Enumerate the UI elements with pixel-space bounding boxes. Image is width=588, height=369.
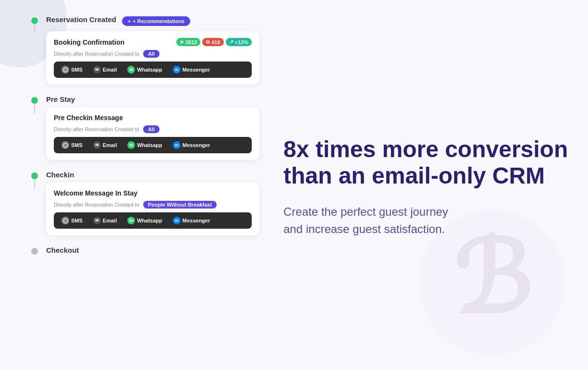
channel-bar-3: ◯ SMS ✉ Email W Whatsapp xyxy=(54,212,252,229)
brand-watermark: ℬ xyxy=(415,206,569,359)
whatsapp-icon-2: W xyxy=(127,141,135,149)
timeline-dot-checkout xyxy=(31,248,38,255)
stat-clicks-value: +12% xyxy=(235,39,248,45)
timeline-dot-col-4 xyxy=(29,245,40,255)
card-header-3: Welcome Message In Stay xyxy=(54,189,252,197)
timeline-dot-checkin xyxy=(31,172,38,179)
timeline-dot-col-3 xyxy=(29,170,40,189)
headline-line2: than an email-only CRM xyxy=(283,163,545,188)
email-label-1: Email xyxy=(103,67,117,73)
card-subtitle-text-3: Directly after Reservation Created to xyxy=(54,202,139,208)
timeline-line-3 xyxy=(34,179,35,189)
sms-label-1: SMS xyxy=(71,67,83,73)
channel-email-3: ✉ Email xyxy=(89,215,121,226)
page-layout: Reservation Created + + Recommendations … xyxy=(0,0,588,369)
email-icon-2: ✉ xyxy=(93,141,101,149)
section-label-prestay: Pre Stay xyxy=(46,95,259,103)
timeline-item-checkout: Checkout xyxy=(29,245,259,266)
card-subtitle-text-2: Directly after Reservation Created to xyxy=(54,126,139,132)
recommendations-label: + Recommendations xyxy=(133,18,184,24)
channel-messenger-1: m Messenger xyxy=(169,64,214,75)
channel-messenger-3: m Messenger xyxy=(169,215,214,226)
email-icon-1: ✉ xyxy=(93,66,101,74)
timeline-content-prestay: Pre Stay Pre Checkin Message Directly af… xyxy=(40,94,259,170)
timeline-dot-col-2 xyxy=(29,94,40,113)
tag-all-1: All xyxy=(143,50,159,58)
card-subtitle-3: Directly after Reservation Created to Pe… xyxy=(54,201,252,209)
messenger-icon-3: m xyxy=(173,217,181,224)
channel-sms-2: ◯ SMS xyxy=(58,140,86,150)
arrow-right-icon: ➤ xyxy=(180,39,184,45)
timeline-item-checkin: Checkin Welcome Message In Stay Directly… xyxy=(29,170,259,245)
channel-whatsapp-1: W Whatsapp xyxy=(123,64,166,75)
recommendations-button[interactable]: + + Recommendations xyxy=(122,16,190,26)
card-title-2: Pre Checkin Message xyxy=(54,114,123,122)
card-title-1: Booking Confirmation xyxy=(54,38,124,46)
timeline-dot-reservation xyxy=(31,17,38,24)
channel-bar-1: ◯ SMS ✉ Email W Whatsapp xyxy=(54,62,252,78)
timeline-line-1 xyxy=(34,24,35,34)
card-welcome: Welcome Message In Stay Directly after R… xyxy=(46,183,259,235)
whatsapp-label-3: Whatsapp xyxy=(137,218,162,223)
sms-icon-1: ◯ xyxy=(61,66,69,74)
section-label-reservation: Reservation Created xyxy=(46,15,116,24)
card-subtitle-text-1: Directly after Reservation Created to xyxy=(54,51,139,57)
channel-whatsapp-3: W Whatsapp xyxy=(123,215,166,226)
left-panel: Reservation Created + + Recommendations … xyxy=(0,0,269,369)
channel-sms-3: ◯ SMS xyxy=(58,215,86,226)
whatsapp-label-2: Whatsapp xyxy=(137,142,162,148)
channel-email-1: ✉ Email xyxy=(89,64,121,75)
plus-icon: + xyxy=(128,18,131,24)
channel-email-2: ✉ Email xyxy=(89,140,121,150)
card-title-3: Welcome Message In Stay xyxy=(54,189,137,197)
channel-bar-2: ◯ SMS ✉ Email W Whatsapp xyxy=(54,137,252,153)
card-subtitle-2: Directly after Reservation Created to Al… xyxy=(54,125,252,133)
messenger-label-2: Messenger xyxy=(183,142,210,148)
whatsapp-label-1: Whatsapp xyxy=(137,67,162,73)
tag-segment-3: People Without Breakfast xyxy=(143,201,217,209)
timeline: Reservation Created + + Recommendations … xyxy=(29,14,259,266)
card-header-2: Pre Checkin Message xyxy=(54,114,252,122)
sms-icon-2: ◯ xyxy=(61,141,69,149)
stat-bounced: ⊖ 416 xyxy=(202,38,223,46)
timeline-content-checkout: Checkout xyxy=(40,245,259,266)
channel-whatsapp-2: W Whatsapp xyxy=(123,140,166,150)
card-precheckin: Pre Checkin Message Directly after Reser… xyxy=(46,107,259,160)
stat-sent: ➤ 2812 xyxy=(176,38,200,46)
card-header-1: Booking Confirmation ➤ 2812 ⊖ 416 xyxy=(54,38,252,46)
timeline-line-2 xyxy=(34,104,35,113)
timeline-item-reservation: Reservation Created + + Recommendations … xyxy=(29,14,259,94)
svg-text:ℬ: ℬ xyxy=(453,224,531,335)
right-panel: 8x times more conversion than an email-o… xyxy=(269,0,588,369)
messenger-label-1: Messenger xyxy=(183,67,210,73)
sms-label-2: SMS xyxy=(71,142,83,148)
stat-clicks: ↗ +12% xyxy=(226,38,252,46)
whatsapp-icon-3: W xyxy=(127,217,135,224)
timeline-content-reservation: Reservation Created + + Recommendations … xyxy=(40,14,259,94)
card-subtitle-1: Directly after Reservation Created to Al… xyxy=(54,50,252,58)
email-icon-3: ✉ xyxy=(93,217,101,224)
whatsapp-icon-1: W xyxy=(127,66,135,74)
section-label-checkin: Checkin xyxy=(46,171,259,179)
messenger-icon-2: m xyxy=(173,141,181,149)
cursor-icon: ↗ xyxy=(229,39,233,45)
timeline-item-prestay: Pre Stay Pre Checkin Message Directly af… xyxy=(29,94,259,170)
minus-icon: ⊖ xyxy=(206,39,210,45)
tag-all-2: All xyxy=(143,125,159,133)
messenger-icon-1: m xyxy=(173,66,181,74)
channel-sms-1: ◯ SMS xyxy=(58,64,86,75)
email-label-3: Email xyxy=(103,218,117,223)
channel-messenger-2: m Messenger xyxy=(169,140,214,150)
timeline-content-checkin: Checkin Welcome Message In Stay Directly… xyxy=(40,170,259,245)
card-booking-confirmation: Booking Confirmation ➤ 2812 ⊖ 416 xyxy=(46,31,259,85)
messenger-label-3: Messenger xyxy=(183,218,210,223)
stat-sent-value: 2812 xyxy=(185,39,197,45)
headline-line1: 8x times more conversion xyxy=(283,136,568,162)
main-headline: 8x times more conversion than an email-o… xyxy=(283,136,569,189)
email-label-2: Email xyxy=(103,142,117,148)
sms-label-3: SMS xyxy=(71,218,83,223)
sms-icon-3: ◯ xyxy=(61,217,69,224)
section-label-checkout: Checkout xyxy=(46,246,259,254)
stat-bounced-value: 416 xyxy=(211,39,220,45)
timeline-dot-prestay xyxy=(31,97,38,104)
